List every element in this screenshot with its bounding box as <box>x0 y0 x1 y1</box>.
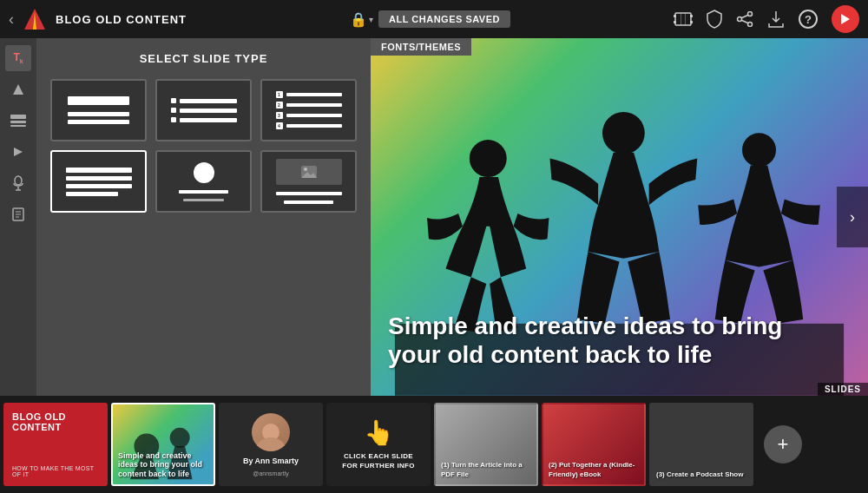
slide4-hand-icon: 👆 <box>364 418 394 447</box>
slide-type-text[interactable] <box>50 150 147 213</box>
slide4-text: CLICK EACH SLIDE FOR FURTHER INFO <box>335 452 422 470</box>
filmstrip: BLOG OLD CONTENT HOW TO MAKE THE MOST OF… <box>0 396 868 493</box>
svg-point-30 <box>470 140 507 177</box>
film-icon[interactable] <box>674 11 693 27</box>
slide6-text: (2) Put Together a (Kindle-Friendly) eBo… <box>549 461 639 479</box>
svg-marker-15 <box>13 84 23 95</box>
panel-title: SELECT SLIDE TYPE <box>50 52 357 65</box>
topbar-center: 🔒 ▾ ALL CHANGES SAVED <box>194 10 667 28</box>
svg-rect-17 <box>10 121 26 123</box>
svg-marker-19 <box>14 148 23 156</box>
help-button[interactable]: ? <box>799 10 818 29</box>
svg-point-20 <box>15 176 22 185</box>
filmstrip-slide-6[interactable]: (2) Put Together a (Kindle-Friendly) eBo… <box>542 403 646 486</box>
topbar-right: ? <box>674 5 859 33</box>
filmstrip-slide-2[interactable]: Simple and creative ideas to bring your … <box>111 403 215 486</box>
slide-type-numbered[interactable]: 1 2 3 4 <box>260 79 357 141</box>
sidebar-tool-media[interactable] <box>5 139 31 165</box>
play-button[interactable] <box>832 5 859 33</box>
svg-point-11 <box>738 17 742 22</box>
slide2-text: Simple and creative ideas to bring your … <box>118 451 208 479</box>
slide-type-profile[interactable] <box>155 150 252 213</box>
svg-line-12 <box>741 15 748 18</box>
slide-type-panel: SELECT SLIDE TYPE 1 2 <box>36 38 371 396</box>
sidebar-tool-text[interactable]: Tk <box>5 45 31 71</box>
slide3-handle: @annsmartly <box>253 470 288 477</box>
logo-icon <box>21 5 49 33</box>
add-slide-button[interactable]: + <box>764 425 802 463</box>
filmstrip-slide-4[interactable]: 👆 CLICK EACH SLIDE FOR FURTHER INFO <box>326 403 431 486</box>
shield-icon[interactable] <box>707 10 722 29</box>
filmstrip-slide-5[interactable]: (1) Turn the Article into a PDF File <box>434 403 538 486</box>
topbar: ‹ BLOG OLD CONTENT 🔒 ▾ ALL CHANGES SAVED <box>0 0 868 38</box>
save-status-area: 🔒 ▾ ALL CHANGES SAVED <box>350 10 510 28</box>
preview-slide[interactable]: Simple and creative ideas to bring your … <box>371 38 868 396</box>
fonts-themes-tab[interactable]: FONTS/THEMES <box>371 38 471 56</box>
slide1-subtitle: HOW TO MAKE THE MOST OF IT <box>12 465 99 477</box>
svg-rect-4 <box>674 21 676 23</box>
svg-marker-14 <box>841 14 850 24</box>
slides-count-label: SLIDES <box>818 383 868 396</box>
slide1-title: BLOG OLD CONTENT <box>12 411 99 432</box>
main-area: Tk SELECT SLIDE TYPE <box>0 38 868 396</box>
svg-rect-16 <box>10 115 26 119</box>
filmstrip-slide-1[interactable]: BLOG OLD CONTENT HOW TO MAKE THE MOST OF… <box>3 403 108 486</box>
filmstrip-slide-3[interactable]: By Ann Smarty @annsmartly <box>219 403 323 486</box>
slide-headline: Simple and creative ideas to bring your … <box>388 312 816 370</box>
svg-point-31 <box>602 112 645 154</box>
filmstrip-slide-7[interactable]: (3) Create a Podcast Show <box>649 403 753 486</box>
lock-icon[interactable]: 🔒 ▾ <box>350 11 373 28</box>
svg-point-37 <box>255 437 286 451</box>
sidebar-tool-audio[interactable] <box>5 170 31 196</box>
slide7-text: (3) Create a Podcast Show <box>656 470 746 479</box>
svg-rect-6 <box>690 21 693 23</box>
svg-line-13 <box>741 20 748 23</box>
svg-rect-2 <box>675 13 691 25</box>
sidebar-tool-shapes[interactable] <box>5 76 31 102</box>
svg-rect-18 <box>10 125 26 127</box>
project-title: BLOG OLD CONTENT <box>56 13 187 26</box>
svg-point-28 <box>304 168 307 171</box>
back-button[interactable]: ‹ <box>9 10 14 29</box>
save-status-badge: ALL CHANGES SAVED <box>378 10 510 28</box>
topbar-left: ‹ BLOG OLD CONTENT <box>9 5 187 33</box>
share-icon[interactable] <box>736 11 753 27</box>
slide3-name: By Ann Smarty <box>243 457 299 465</box>
slide-next-arrow[interactable]: › <box>837 187 868 247</box>
sidebar-tool-layout[interactable] <box>5 108 31 134</box>
slide5-text: (1) Turn the Article into a PDF File <box>441 461 531 479</box>
svg-rect-8 <box>685 13 686 25</box>
slide-type-grid: 1 2 3 4 <box>50 79 357 213</box>
slide3-avatar <box>252 413 290 451</box>
svg-point-32 <box>742 134 776 168</box>
svg-point-35 <box>170 428 190 448</box>
left-sidebar: Tk <box>0 38 36 396</box>
svg-rect-7 <box>681 13 681 25</box>
svg-rect-5 <box>690 15 693 17</box>
sidebar-tool-notes[interactable] <box>5 201 31 227</box>
slide-type-image[interactable] <box>260 150 357 213</box>
svg-rect-3 <box>674 15 676 17</box>
download-icon[interactable] <box>767 10 785 29</box>
slide-type-bullets[interactable] <box>155 79 252 141</box>
preview-area: FONTS/THEMES <box>371 38 868 396</box>
slide-type-title[interactable] <box>50 79 147 141</box>
